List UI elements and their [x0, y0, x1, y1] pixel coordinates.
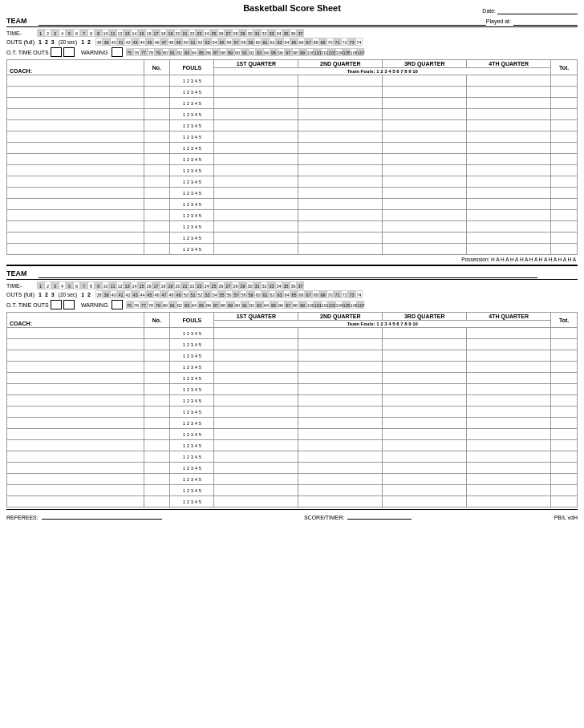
- player-q3-cell[interactable]: [383, 210, 467, 221]
- player-q3-cell[interactable]: [383, 131, 467, 143]
- player-fouls-cell[interactable]: 1 2 3 4 5: [170, 188, 214, 199]
- player-tot-cell[interactable]: [551, 451, 578, 463]
- player-number-cell[interactable]: [144, 362, 170, 373]
- player-name-cell[interactable]: [7, 429, 144, 440]
- player-name-cell[interactable]: [7, 131, 144, 143]
- player-name-cell[interactable]: [7, 210, 144, 221]
- player-q3-cell[interactable]: [383, 165, 467, 176]
- player-number-cell[interactable]: [144, 339, 170, 350]
- player-q3-cell[interactable]: [383, 362, 467, 373]
- player-q3-cell[interactable]: [383, 221, 467, 233]
- player-q1-cell[interactable]: [214, 154, 298, 165]
- referees-field[interactable]: [42, 512, 162, 520]
- player-name-cell[interactable]: [7, 406, 144, 418]
- player-q3-cell[interactable]: [383, 244, 467, 255]
- player-q2-cell[interactable]: [298, 384, 383, 395]
- player-number-cell[interactable]: [144, 451, 170, 463]
- player-q1-cell[interactable]: [214, 463, 298, 474]
- player-number-cell[interactable]: [144, 75, 170, 87]
- player-number-cell[interactable]: [144, 120, 170, 131]
- player-name-cell[interactable]: [7, 87, 144, 98]
- player-tot-cell[interactable]: [551, 75, 578, 87]
- player-tot-cell[interactable]: [551, 98, 578, 109]
- player-q2-cell[interactable]: [298, 98, 383, 109]
- player-fouls-cell[interactable]: 1 2 3 4 5: [170, 395, 214, 406]
- player-q4-cell[interactable]: [467, 463, 551, 474]
- player-q2-cell[interactable]: [298, 233, 383, 244]
- player-number-cell[interactable]: [144, 350, 170, 362]
- player-tot-cell[interactable]: [551, 176, 578, 188]
- player-q3-cell[interactable]: [383, 233, 467, 244]
- player-tot-cell[interactable]: [551, 384, 578, 395]
- player-q3-cell[interactable]: [383, 440, 467, 451]
- player-q3-cell[interactable]: [383, 75, 467, 87]
- player-tot-cell[interactable]: [551, 350, 578, 362]
- player-fouls-cell[interactable]: 1 2 3 4 5: [170, 350, 214, 362]
- player-q2-cell[interactable]: [298, 395, 383, 406]
- player-number-cell[interactable]: [144, 373, 170, 384]
- ot2-box-2[interactable]: [63, 300, 75, 309]
- player-q3-cell[interactable]: [383, 120, 467, 131]
- player-number-cell[interactable]: [144, 210, 170, 221]
- player-tot-cell[interactable]: [551, 429, 578, 440]
- player-tot-cell[interactable]: [551, 199, 578, 210]
- player-q4-cell[interactable]: [467, 210, 551, 221]
- player-q1-cell[interactable]: [214, 98, 298, 109]
- player-q2-cell[interactable]: [298, 188, 383, 199]
- player-tot-cell[interactable]: [551, 406, 578, 418]
- player-q1-cell[interactable]: [214, 176, 298, 188]
- player-q3-cell[interactable]: [383, 339, 467, 350]
- player-name-cell[interactable]: [7, 373, 144, 384]
- player-tot-cell[interactable]: [551, 143, 578, 154]
- warning-box-2[interactable]: [112, 300, 123, 309]
- player-fouls-cell[interactable]: 1 2 3 4 5: [170, 362, 214, 373]
- player-q1-cell[interactable]: [214, 143, 298, 154]
- player-q4-cell[interactable]: [467, 87, 551, 98]
- player-q1-cell[interactable]: [214, 485, 298, 496]
- player-tot-cell[interactable]: [551, 188, 578, 199]
- player-q1-cell[interactable]: [214, 496, 298, 508]
- ot-box-2[interactable]: [63, 47, 75, 57]
- score-timer-field[interactable]: [347, 512, 412, 520]
- player-q1-cell[interactable]: [214, 328, 298, 339]
- player-q1-cell[interactable]: [214, 109, 298, 120]
- player-q1-cell[interactable]: [214, 373, 298, 384]
- player-fouls-cell[interactable]: 1 2 3 4 5: [170, 244, 214, 255]
- player-q2-cell[interactable]: [298, 373, 383, 384]
- player-name-cell[interactable]: [7, 328, 144, 339]
- player-q2-cell[interactable]: [298, 350, 383, 362]
- player-q3-cell[interactable]: [383, 199, 467, 210]
- player-fouls-cell[interactable]: 1 2 3 4 5: [170, 339, 214, 350]
- player-name-cell[interactable]: [7, 451, 144, 463]
- player-fouls-cell[interactable]: 1 2 3 4 5: [170, 406, 214, 418]
- player-q2-cell[interactable]: [298, 328, 383, 339]
- player-tot-cell[interactable]: [551, 373, 578, 384]
- player-q3-cell[interactable]: [383, 418, 467, 429]
- player-q1-cell[interactable]: [214, 210, 298, 221]
- player-q1-cell[interactable]: [214, 350, 298, 362]
- player-number-cell[interactable]: [144, 154, 170, 165]
- player-fouls-cell[interactable]: 1 2 3 4 5: [170, 485, 214, 496]
- player-q2-cell[interactable]: [298, 339, 383, 350]
- player-q1-cell[interactable]: [214, 165, 298, 176]
- player-q2-cell[interactable]: [298, 165, 383, 176]
- player-q3-cell[interactable]: [383, 350, 467, 362]
- player-q2-cell[interactable]: [298, 474, 383, 485]
- player-name-cell[interactable]: [7, 496, 144, 508]
- player-q1-cell[interactable]: [214, 339, 298, 350]
- player-tot-cell[interactable]: [551, 440, 578, 451]
- player-tot-cell[interactable]: [551, 339, 578, 350]
- player-q1-cell[interactable]: [214, 384, 298, 395]
- player-q1-cell[interactable]: [214, 474, 298, 485]
- player-fouls-cell[interactable]: 1 2 3 4 5: [170, 87, 214, 98]
- player-q4-cell[interactable]: [467, 143, 551, 154]
- player-fouls-cell[interactable]: 1 2 3 4 5: [170, 131, 214, 143]
- player-q1-cell[interactable]: [214, 75, 298, 87]
- player-number-cell[interactable]: [144, 384, 170, 395]
- player-q1-cell[interactable]: [214, 244, 298, 255]
- player-q4-cell[interactable]: [467, 328, 551, 339]
- player-q4-cell[interactable]: [467, 221, 551, 233]
- player-q4-cell[interactable]: [467, 474, 551, 485]
- player-q1-cell[interactable]: [214, 233, 298, 244]
- player-q3-cell[interactable]: [383, 406, 467, 418]
